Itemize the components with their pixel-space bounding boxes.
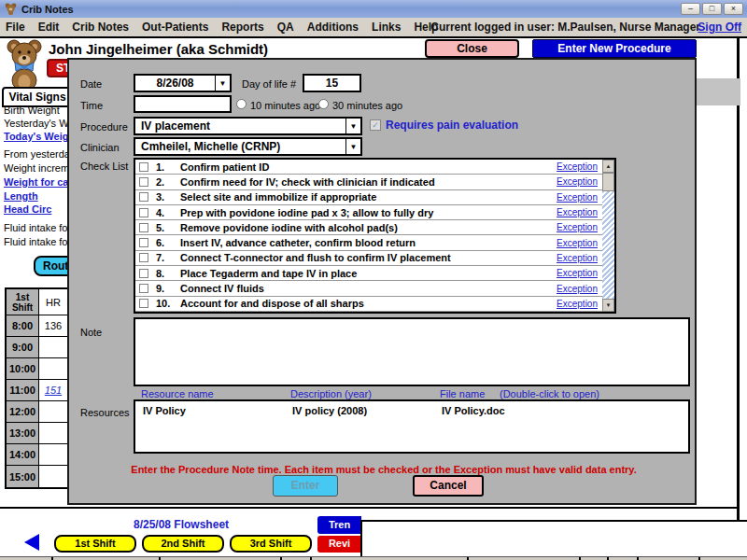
clinician-dropdown[interactable]: Cmheilel, Michelle (CRNP) ▼ xyxy=(134,137,362,156)
exception-link[interactable]: Exception xyxy=(557,207,598,217)
flowsheet-hr-cell[interactable]: 136 xyxy=(39,315,67,337)
first-shift-button[interactable]: 1st Shift xyxy=(54,535,136,553)
exception-link[interactable]: Exception xyxy=(557,299,598,309)
flowsheet-hr-cell-link[interactable]: 151 xyxy=(39,380,67,401)
previous-day-arrow-icon[interactable] xyxy=(24,534,39,551)
menu-crib-notes[interactable]: Crib Notes xyxy=(72,21,129,34)
scroll-down-icon[interactable]: ▼ xyxy=(602,299,614,312)
flowsheet-time-cell: 9:00 xyxy=(7,337,39,358)
resource-name-cell: IV Policy xyxy=(143,405,186,416)
cancel-button[interactable]: Cancel xyxy=(413,475,484,497)
table-row: 9:00 xyxy=(7,337,67,358)
minimize-button-icon[interactable]: – xyxy=(681,3,700,15)
resource-file-header: File name xyxy=(440,388,485,399)
procedure-dropdown[interactable]: IV placement ▼ xyxy=(134,117,362,135)
checklist-checkbox[interactable] xyxy=(139,208,148,217)
enter-button[interactable]: Enter xyxy=(273,475,338,497)
time-input[interactable] xyxy=(134,95,232,113)
checklist-item-text: Select site and immobilize if appropriat… xyxy=(180,191,376,203)
overlapping-panel xyxy=(360,520,747,556)
exception-link[interactable]: Exception xyxy=(557,176,598,187)
checklist-checkbox[interactable] xyxy=(139,223,148,232)
day-of-life-field[interactable]: 15 xyxy=(303,74,361,92)
close-button[interactable]: Close xyxy=(425,39,519,58)
flowsheet-hr-cell[interactable] xyxy=(39,337,67,358)
third-shift-button[interactable]: 3rd Shift xyxy=(230,535,312,553)
sidebar-link-head-circ[interactable]: Head Circ xyxy=(4,203,51,215)
flowsheet-hr-cell[interactable] xyxy=(39,401,67,423)
close-window-button-icon[interactable]: × xyxy=(724,3,743,15)
checklist-item-text: Connect T-connector and flush to confirm… xyxy=(180,252,451,263)
radio-30-label: 30 minutes ago xyxy=(332,100,402,111)
trend-button[interactable]: Tren xyxy=(317,516,361,534)
flowsheet-hr-cell[interactable] xyxy=(39,466,67,487)
checklist-row: 3. Select site and immobilize if appropr… xyxy=(135,190,614,205)
checklist-checkbox[interactable] xyxy=(139,192,148,202)
checklist-checkbox[interactable] xyxy=(139,284,148,293)
scrollbar-thumb[interactable] xyxy=(602,173,614,191)
checklist-row: 10. Account for and dispose of all sharp… xyxy=(135,297,614,312)
exception-link[interactable]: Exception xyxy=(557,284,598,294)
flowsheet-header-row: 1st Shift HR xyxy=(7,289,67,315)
flowsheet-hr-cell[interactable] xyxy=(39,423,67,444)
checklist-item-number: 3. xyxy=(156,191,180,203)
checklist-checkbox[interactable] xyxy=(139,253,148,262)
radio-30-minutes-ago[interactable] xyxy=(318,99,329,109)
scroll-up-icon[interactable]: ▲ xyxy=(602,160,614,173)
procedure-checklist: 1. Confirm patient ID Exception 2. Confi… xyxy=(134,158,616,314)
table-row: 11:00 151 xyxy=(7,380,67,401)
menu-file[interactable]: File xyxy=(6,21,25,34)
menu-links[interactable]: Links xyxy=(372,21,401,34)
radio-10-minutes-ago[interactable] xyxy=(236,99,247,109)
clinician-value: Cmheilel, Michelle (CRNP) xyxy=(135,139,345,154)
exception-link[interactable]: Exception xyxy=(557,238,598,248)
sign-off-link[interactable]: Sign Off xyxy=(698,21,741,34)
checklist-item-number: 4. xyxy=(156,207,180,218)
sidebar-link-weight-for-calc[interactable]: Weight for calc xyxy=(4,176,78,188)
checklist-item-text: Prep with povidone iodine pad x 3; allow… xyxy=(180,207,433,218)
exception-link[interactable]: Exception xyxy=(557,192,598,203)
checklist-item-text: Place Tegaderm and tape IV in place xyxy=(180,268,357,279)
menu-qa[interactable]: QA xyxy=(277,21,294,34)
table-row: 15:00 xyxy=(7,466,67,487)
patient-name: John Jingelheimer (aka Schmidt) xyxy=(49,41,268,57)
date-value: 8/26/08 xyxy=(135,76,215,91)
checklist-item-number: 10. xyxy=(156,298,180,309)
exception-link[interactable]: Exception xyxy=(557,268,598,278)
menu-additions[interactable]: Additions xyxy=(307,21,359,34)
exception-link[interactable]: Exception xyxy=(557,253,598,263)
flowsheet-time-cell: 13:00 xyxy=(7,423,39,444)
checklist-item-number: 2. xyxy=(156,176,180,188)
exception-link[interactable]: Exception xyxy=(557,222,598,232)
flowsheet-time-cell: 8:00 xyxy=(7,315,39,337)
flowsheet-hr-cell[interactable] xyxy=(39,444,67,466)
date-label: Date xyxy=(80,78,102,90)
second-shift-button[interactable]: 2nd Shift xyxy=(142,535,224,553)
flowsheet-hr-cell[interactable] xyxy=(39,358,67,380)
maximize-button-icon[interactable]: □ xyxy=(702,3,722,15)
teddy-bear-icon xyxy=(5,3,17,15)
date-combobox[interactable]: 8/26/08 ▼ xyxy=(134,74,232,92)
exception-link[interactable]: Exception xyxy=(557,161,598,172)
checklist-scrollbar[interactable]: ▲ ▼ xyxy=(602,160,614,312)
checklist-checkbox[interactable] xyxy=(139,238,148,247)
enter-new-procedure-button[interactable]: Enter New Procedure xyxy=(532,39,697,58)
menu-out-patients[interactable]: Out-Patients xyxy=(142,21,208,34)
menu-bar: File Edit Crib Notes Out-Patients Report… xyxy=(0,18,747,36)
note-textarea[interactable] xyxy=(134,317,690,386)
flowsheet-time-cell: 14:00 xyxy=(7,444,39,466)
resource-row[interactable]: IV Policy IV policy (2008) IV Policy.doc xyxy=(135,401,688,418)
menu-reports[interactable]: Reports xyxy=(221,21,263,34)
lower-table-edge xyxy=(0,556,747,560)
tab-vital-signs[interactable]: Vital Signs xyxy=(2,87,73,107)
menu-edit[interactable]: Edit xyxy=(38,21,60,34)
review-button[interactable]: Revi xyxy=(317,536,361,553)
checklist-checkbox[interactable] xyxy=(139,177,148,187)
sidebar-link-length[interactable]: Length xyxy=(4,190,38,202)
sidebar-item-weight-increment: Weight increme xyxy=(4,162,75,174)
checklist-checkbox[interactable] xyxy=(139,162,148,172)
checklist-checkbox[interactable] xyxy=(139,299,148,308)
scrollbar-track[interactable] xyxy=(602,173,614,299)
checklist-checkbox[interactable] xyxy=(139,269,148,278)
day-of-life-value: 15 xyxy=(304,76,359,91)
